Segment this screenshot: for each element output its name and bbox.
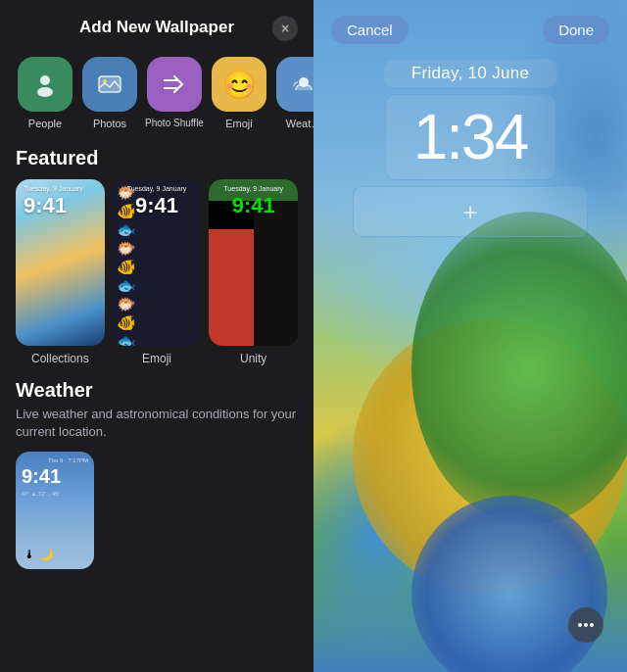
category-item-people[interactable]: People [16, 57, 74, 129]
card-label-row: Collections Emoji Unity [0, 346, 314, 365]
right-topbar: Cancel Done [314, 0, 627, 60]
time-box: 1:34 [385, 94, 556, 180]
weather-icon [276, 57, 314, 112]
close-button[interactable]: × [272, 16, 298, 41]
emoji-card-label: Emoji [113, 352, 202, 365]
featured-card-collections[interactable]: Tuesday, 9 January 9:41 [16, 179, 105, 346]
featured-title: Featured [0, 133, 314, 179]
weather-section-title: Weather [16, 379, 298, 402]
collections-label: Collections [16, 352, 105, 365]
people-label: People [28, 118, 62, 129]
photo-shuffle-label: Photo Shuffle [145, 118, 204, 128]
featured-card-emoji[interactable]: 🐡🐠🐟🐡🐠🐟🐡🐠🐟🐡🐠🐟🐡🐠🐟🐡🐠🐟🐡🐠🐟🐡🐠🐟 Tuesday, 9 Janu… [113, 179, 202, 346]
svg-point-0 [40, 75, 50, 85]
category-item-emoji[interactable]: 😊 Emoji [210, 57, 268, 129]
weather-preview-icons: 🌡 🌙 [24, 548, 54, 561]
widget-add-box[interactable]: + [353, 186, 588, 237]
category-item-weather[interactable]: Weat… [274, 57, 314, 129]
cancel-button[interactable]: Cancel [331, 16, 409, 44]
dot-1 [578, 623, 582, 627]
shuffle-icon [147, 57, 202, 112]
weather-preview-date: Thu 9 · 7:17PM [22, 457, 88, 463]
people-icon [18, 57, 72, 112]
emoji-label: Emoji [225, 118, 253, 129]
weather-preview-card[interactable]: Thu 9 · 7:17PM 9:41 47° ▲ 72° ↓ 45° 🌡 🌙 [16, 452, 94, 569]
featured-row: Tuesday, 9 January 9:41 🐡🐠🐟🐡🐠🐟🐡🐠🐟🐡🐠🐟🐡🐠🐟🐡… [0, 179, 314, 346]
weather-section: Weather Live weather and astronomical co… [0, 365, 314, 579]
dot-3 [590, 623, 594, 627]
weather-label: Weat… [286, 118, 314, 129]
lockscreen-preview-panel: Cancel Done Friday, 10 June 1:34 + [314, 0, 627, 672]
lockscreen-content: Friday, 10 June 1:34 + [314, 59, 627, 237]
photos-icon [82, 57, 137, 112]
done-button[interactable]: Done [543, 16, 609, 44]
emoji-icon: 😊 [212, 57, 266, 112]
lockscreen-date: Friday, 10 June [411, 64, 529, 82]
svg-point-1 [37, 87, 53, 97]
category-item-photos[interactable]: Photos [80, 57, 139, 129]
unity-card-label: Unity [209, 352, 298, 365]
modal-header: Add New Wallpaper × [0, 0, 314, 49]
featured-card-unity[interactable]: Tuesday, 9 January 9:41 [209, 179, 298, 346]
category-item-photo-shuffle[interactable]: Photo Shuffle [145, 57, 204, 129]
weather-preview-time: 9:41 [22, 465, 88, 488]
add-widget-icon: + [462, 197, 477, 227]
weather-description: Live weather and astronomical conditions… [16, 406, 298, 440]
date-box: Friday, 10 June [383, 59, 557, 88]
modal-title: Add New Wallpaper [79, 18, 234, 37]
weather-preview-info: 47° ▲ 72° ↓ 45° [22, 490, 88, 498]
lockscreen-time: 1:34 [413, 102, 528, 172]
add-wallpaper-panel: Add New Wallpaper × People Photo [0, 0, 314, 672]
dot-2 [584, 623, 588, 627]
photos-label: Photos [93, 118, 126, 129]
more-options-button[interactable] [568, 607, 603, 643]
category-row: People Photos Photo Shuffle 😊 [0, 49, 314, 133]
